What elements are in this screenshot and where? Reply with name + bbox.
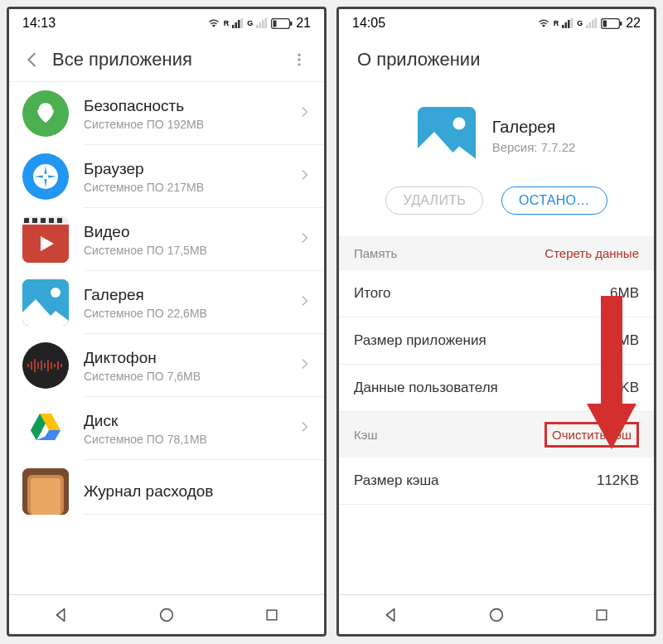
app-sub: Системное ПО 17,5MB xyxy=(84,244,294,257)
nav-recent[interactable] xyxy=(259,603,284,627)
nav-home[interactable] xyxy=(154,603,179,627)
svg-rect-48 xyxy=(595,18,598,28)
svg-rect-21 xyxy=(57,218,62,223)
svg-rect-20 xyxy=(49,218,54,223)
battery-icon xyxy=(271,18,293,29)
status-bar: 14:05 R G 22 xyxy=(339,9,654,37)
app-detail-head: Галерея Версия: 7.7.22 xyxy=(339,82,654,180)
nav-back[interactable] xyxy=(379,603,404,627)
memory-title: Память xyxy=(354,246,397,260)
info-row-appsize: Размер приложения MB xyxy=(339,317,654,365)
app-sub: Системное ПО 192MB xyxy=(84,118,294,131)
stop-button[interactable]: ОСТАНО… xyxy=(501,186,607,215)
nav-home[interactable] xyxy=(484,603,509,627)
app-name: Видео xyxy=(84,222,294,243)
info-value: 112KB xyxy=(597,472,639,489)
square-icon xyxy=(593,607,610,623)
info-row-cachesize: Размер кэша 112KB xyxy=(339,458,654,505)
chevron-right-icon xyxy=(294,294,314,311)
triangle-left-icon xyxy=(382,606,400,624)
info-value: 6MB xyxy=(610,285,639,302)
svg-point-54 xyxy=(491,608,503,621)
status-icons: R G 22 xyxy=(537,16,641,31)
svg-rect-9 xyxy=(273,20,277,27)
battery-icon xyxy=(601,18,622,29)
gallery-icon xyxy=(22,279,69,326)
app-name: Галерея xyxy=(84,285,294,306)
square-icon xyxy=(264,607,280,623)
svg-rect-46 xyxy=(589,22,592,28)
nav-bar xyxy=(9,594,324,634)
chevron-right-icon xyxy=(294,105,314,122)
circle-icon xyxy=(157,606,176,624)
status-icons: R G 21 xyxy=(207,16,311,31)
svg-rect-1 xyxy=(235,22,238,28)
cache-title: Кэш xyxy=(354,428,377,442)
app-name: Диктофон xyxy=(84,348,294,369)
clear-data-action[interactable]: Стереть данные xyxy=(544,246,639,260)
app-row-drive[interactable]: Диск Системное ПО 78,1MB xyxy=(9,397,324,460)
chevron-right-icon xyxy=(294,357,314,374)
more-button[interactable] xyxy=(283,43,316,76)
svg-rect-7 xyxy=(265,18,268,28)
app-sub: Системное ПО 7,6MB xyxy=(84,370,294,383)
svg-rect-41 xyxy=(562,25,564,28)
circle-icon xyxy=(487,606,506,624)
info-label: Размер приложения xyxy=(354,332,486,349)
app-header: О приложении xyxy=(339,37,654,82)
delete-button[interactable]: УДАЛИТЬ xyxy=(385,186,483,215)
svg-point-15 xyxy=(43,174,49,180)
app-row-browser[interactable]: Браузер Системное ПО 217MB xyxy=(9,145,324,208)
svg-point-12 xyxy=(298,58,300,61)
back-button[interactable] xyxy=(16,43,49,76)
signal-icon xyxy=(232,18,244,28)
clear-cache-action[interactable]: Очистить кэш xyxy=(544,422,639,448)
svg-rect-6 xyxy=(262,20,264,28)
nav-recent[interactable] xyxy=(589,603,614,627)
app-row-expenses[interactable]: Журнал расходов xyxy=(9,460,324,515)
battery-text: 21 xyxy=(296,16,311,31)
svg-rect-42 xyxy=(565,22,568,28)
svg-rect-44 xyxy=(571,18,573,28)
page-title: О приложении xyxy=(346,49,646,70)
app-row-security[interactable]: Безопасность Системное ПО 192MB xyxy=(9,82,324,145)
page-title: Все приложения xyxy=(49,49,283,70)
svg-rect-3 xyxy=(241,18,244,28)
drive-icon xyxy=(22,405,69,452)
svg-rect-19 xyxy=(41,218,46,223)
battery-text: 22 xyxy=(626,16,641,31)
memory-section-head: Память Стереть данные xyxy=(339,236,654,270)
svg-point-13 xyxy=(298,63,300,65)
chevron-right-icon xyxy=(294,420,314,437)
app-row-recorder[interactable]: Диктофон Системное ПО 7,6MB xyxy=(9,334,324,397)
app-row-gallery[interactable]: Галерея Системное ПО 22,6MB xyxy=(9,271,324,334)
wifi-icon xyxy=(207,18,220,28)
svg-rect-55 xyxy=(597,610,607,620)
svg-rect-38 xyxy=(31,478,60,515)
svg-point-39 xyxy=(161,608,173,621)
info-label: Итого xyxy=(354,285,391,302)
chevron-right-icon xyxy=(294,168,314,185)
svg-rect-43 xyxy=(568,20,570,28)
button-row: УДАЛИТЬ ОСТАНО… xyxy=(339,180,654,236)
browser-icon xyxy=(22,153,69,200)
svg-rect-10 xyxy=(290,22,293,26)
app-list[interactable]: Безопасность Системное ПО 192MB Браузер … xyxy=(9,82,324,594)
detail-app-version: Версия: 7.7.22 xyxy=(492,140,576,154)
app-name: Журнал расходов xyxy=(84,482,314,502)
signal2-icon xyxy=(586,18,598,28)
app-row-video[interactable]: Видео Системное ПО 17,5MB xyxy=(9,208,324,271)
info-row-total: Итого 6MB xyxy=(339,270,654,317)
app-name: Безопасность xyxy=(84,96,294,117)
app-name: Браузер xyxy=(84,159,294,180)
info-row-userdata: Данные пользователя 96KB xyxy=(339,365,654,412)
svg-point-53 xyxy=(452,118,465,130)
status-time: 14:13 xyxy=(22,16,56,31)
video-icon xyxy=(22,216,69,263)
svg-rect-51 xyxy=(620,22,622,26)
svg-rect-5 xyxy=(259,22,262,28)
svg-point-24 xyxy=(51,288,60,298)
signal-icon xyxy=(562,18,573,28)
nav-back[interactable] xyxy=(49,603,74,627)
svg-rect-47 xyxy=(592,20,594,28)
